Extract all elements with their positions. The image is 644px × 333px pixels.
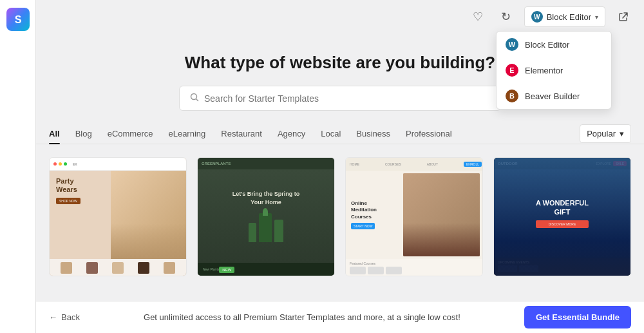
template-card-party-wears[interactable]: EX PartyWears SHOP NOW xyxy=(49,157,187,276)
bottom-bar: ← Back Get unlimited access to all Premi… xyxy=(36,301,644,333)
dropdown-item-elementor[interactable]: E Elementor xyxy=(497,57,611,83)
thumb-1-header: EX xyxy=(50,158,186,171)
sidebar: S xyxy=(0,0,36,333)
template-thumb-3: HOME COURSES ABOUT ENROLL OnlineMeditati… xyxy=(346,158,482,276)
tab-blog[interactable]: Blog xyxy=(68,124,100,144)
tab-all[interactable]: All xyxy=(49,124,68,144)
promo-text: Get unlimited access to all Premium Star… xyxy=(93,312,511,322)
template-card-meditation[interactable]: HOME COURSES ABOUT ENROLL OnlineMeditati… xyxy=(345,157,483,276)
thumb-3-footer: Featured Courses xyxy=(346,259,482,276)
tab-ecommerce[interactable]: eCommerce xyxy=(100,124,161,144)
refresh-icon[interactable]: ↻ xyxy=(496,6,516,27)
thumb-3-header: HOME COURSES ABOUT ENROLL xyxy=(346,158,482,171)
thumb-2-footer: New Plants NEW xyxy=(198,263,334,276)
beaver-builder-icon: B xyxy=(506,90,518,102)
tab-business[interactable]: Business xyxy=(348,124,398,144)
thumb-2-header: GREENPLANTS xyxy=(198,158,334,169)
svg-point-2 xyxy=(191,94,197,100)
template-thumb-1: EX PartyWears SHOP NOW xyxy=(50,158,186,276)
wordpress-icon-dropdown: W xyxy=(506,38,518,51)
editor-dropdown-menu: W Block Editor E Elementor B Beaver Buil… xyxy=(496,31,612,109)
template-card-outdoor[interactable]: OUTDOOR EXPLORE SALE A WONDERFULGIFT DIS… xyxy=(493,157,631,276)
back-button[interactable]: ← Back xyxy=(49,312,80,322)
thumb-1-footer xyxy=(50,259,186,276)
elementor-icon: E xyxy=(506,64,518,77)
wordpress-icon: W xyxy=(531,11,543,23)
cta-button[interactable]: Get Essential Bundle xyxy=(524,306,631,328)
thumb-4-body: A WONDERFULGIFT DISCOVER MORE xyxy=(494,169,630,258)
thumb-1-body: PartyWears SHOP NOW xyxy=(50,171,186,259)
search-bar[interactable] xyxy=(179,86,501,111)
tab-local[interactable]: Local xyxy=(313,124,348,144)
dropdown-label-block-editor: Block Editor xyxy=(525,40,569,50)
template-card-spring-plants[interactable]: GREENPLANTS Let's Bring the Spring toYou… xyxy=(197,157,335,276)
thumb-3-body: OnlineMeditationCourses START NOW xyxy=(346,171,482,259)
svg-text:S: S xyxy=(14,14,21,25)
chevron-down-icon: ▾ xyxy=(595,14,598,21)
editor-selector-button[interactable]: W Block Editor ▾ xyxy=(524,6,605,27)
search-icon xyxy=(190,93,199,104)
tab-elearning[interactable]: eLearning xyxy=(160,124,213,144)
topbar: ♡ ↻ W Block Editor ▾ W Block Editor E El… xyxy=(36,0,644,33)
app-logo[interactable]: S xyxy=(6,8,30,33)
external-link-icon[interactable] xyxy=(613,6,634,27)
thumb-2-body: Let's Bring the Spring toYour Home xyxy=(198,169,334,263)
tab-professional[interactable]: Professional xyxy=(398,124,460,144)
dropdown-item-block-editor[interactable]: W Block Editor xyxy=(497,32,611,57)
sort-chevron-icon: ▾ xyxy=(620,129,624,138)
sort-dropdown[interactable]: Popular ▾ xyxy=(580,124,631,143)
back-label: Back xyxy=(61,312,80,322)
search-input[interactable] xyxy=(204,93,490,104)
template-thumb-4: OUTDOOR EXPLORE SALE A WONDERFULGIFT DIS… xyxy=(494,158,630,276)
template-thumb-2: GREENPLANTS Let's Bring the Spring toYou… xyxy=(198,158,334,276)
sort-label: Popular xyxy=(587,129,616,138)
tab-restaurant[interactable]: Restaurant xyxy=(213,124,270,144)
dropdown-label-beaver-builder: Beaver Builder xyxy=(525,91,580,101)
template-grid: EX PartyWears SHOP NOW xyxy=(36,157,644,276)
dropdown-label-elementor: Elementor xyxy=(525,66,563,75)
favorites-icon[interactable]: ♡ xyxy=(468,6,488,27)
tab-agency[interactable]: Agency xyxy=(270,124,313,144)
editor-label: Block Editor xyxy=(547,12,591,22)
back-arrow-icon: ← xyxy=(49,312,57,322)
dropdown-item-beaver-builder[interactable]: B Beaver Builder xyxy=(497,83,611,109)
main-content: ♡ ↻ W Block Editor ▾ W Block Editor E El… xyxy=(36,0,644,333)
filter-tabs: All Blog eCommerce eLearning Restaurant … xyxy=(36,124,644,144)
